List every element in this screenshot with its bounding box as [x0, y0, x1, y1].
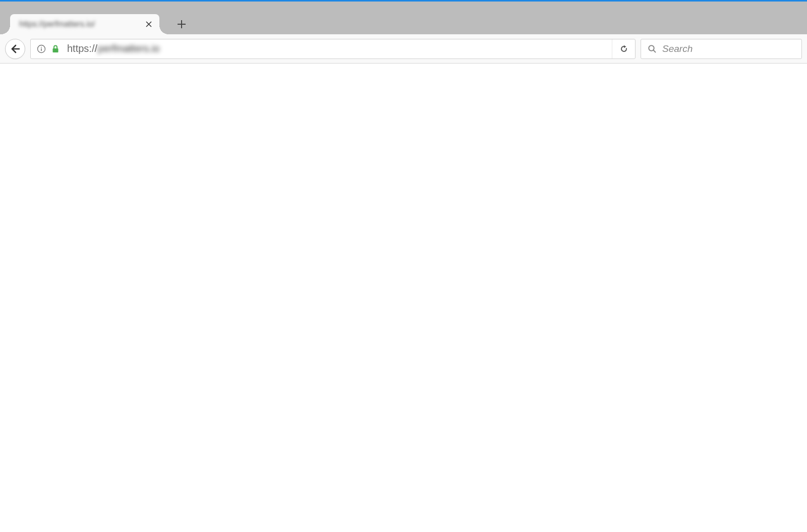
search-icon: [647, 44, 657, 54]
address-bar[interactable]: https:// perfmatters.io: [30, 39, 636, 59]
url-scheme: https://: [67, 43, 97, 54]
search-bar[interactable]: [641, 39, 802, 59]
url-input[interactable]: https:// perfmatters.io: [67, 43, 612, 54]
lock-icon: [51, 44, 60, 53]
svg-point-5: [41, 46, 42, 47]
new-tab-button[interactable]: [171, 14, 192, 34]
reload-icon: [619, 44, 628, 53]
browser-tab[interactable]: https://perfmatters.io/: [10, 14, 159, 34]
close-tab-button[interactable]: [143, 19, 154, 30]
close-icon: [145, 20, 153, 28]
reload-button[interactable]: [612, 39, 635, 58]
tab-strip: https://perfmatters.io/: [0, 2, 807, 34]
search-input[interactable]: [662, 43, 795, 54]
back-arrow-icon: [10, 44, 20, 54]
tab-title: https://perfmatters.io/: [19, 20, 139, 29]
svg-rect-7: [53, 48, 59, 52]
page-content: [0, 64, 807, 532]
back-button[interactable]: [5, 39, 25, 59]
url-domain: perfmatters.io: [98, 43, 159, 54]
plus-icon: [177, 19, 187, 29]
svg-point-8: [649, 45, 654, 50]
site-info-button[interactable]: [36, 43, 47, 54]
svg-line-9: [654, 50, 656, 52]
navigation-toolbar: https:// perfmatters.io: [0, 34, 807, 64]
info-icon: [37, 44, 46, 53]
